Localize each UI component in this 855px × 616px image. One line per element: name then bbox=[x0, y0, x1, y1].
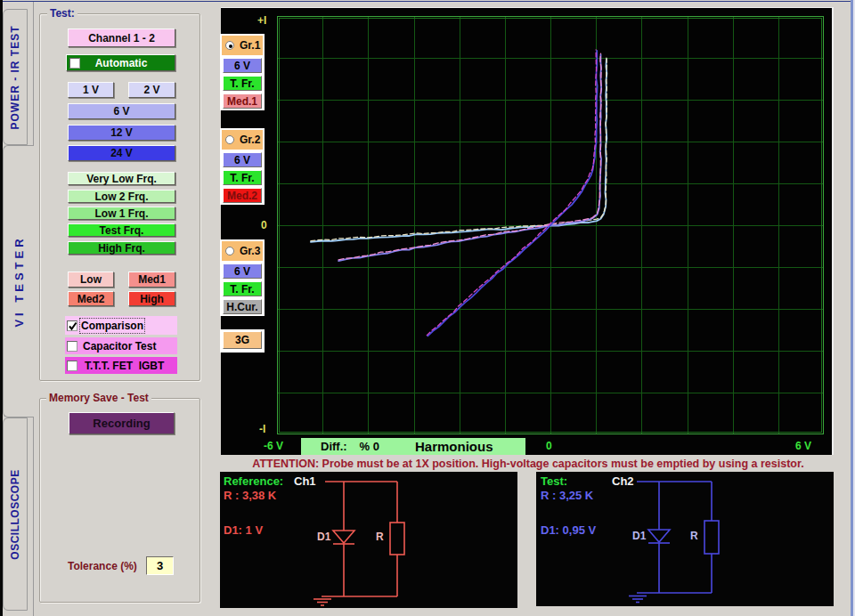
group-3-name: Gr.3 bbox=[240, 245, 260, 257]
current-med2-button[interactable]: Med2 bbox=[68, 291, 114, 306]
tolerance-label: Tolerance (%) bbox=[68, 560, 137, 572]
current-high-label: High bbox=[140, 294, 164, 304]
tab-vi-tester[interactable]: VI TESTER bbox=[3, 145, 34, 417]
voltage-12v-button[interactable]: 12 V bbox=[68, 125, 175, 141]
trace-group-shallow-ch2 bbox=[311, 60, 607, 242]
group-3-freq-button[interactable]: T. Fr. bbox=[223, 281, 262, 296]
low-2-frq-button[interactable]: Low 2 Frq. bbox=[68, 190, 175, 203]
reference-diode-label: D1 bbox=[317, 531, 331, 543]
group-2-radio[interactable] bbox=[225, 135, 234, 144]
trace-group-steep-ch2 bbox=[428, 51, 597, 336]
group-1-freq-button[interactable]: T. Fr. bbox=[223, 76, 262, 91]
group-1-current-label: Med.1 bbox=[227, 95, 257, 108]
voltage-24v-button[interactable]: 24 V bbox=[68, 145, 175, 161]
channel-1-2-label: Channel 1 - 2 bbox=[88, 33, 155, 44]
group-3-voltage-button[interactable]: 6 V bbox=[223, 263, 262, 279]
low-2-frq-label: Low 2 Frq. bbox=[95, 191, 149, 202]
tab-page-edge-top bbox=[33, 2, 34, 145]
group-1-header[interactable]: Gr.1 bbox=[222, 36, 263, 55]
vi-curve-display bbox=[221, 8, 832, 455]
capacitor-test-label: Capacitor Test bbox=[83, 340, 156, 353]
voltage-6v-label: 6 V bbox=[113, 106, 129, 117]
tab-oscilloscope[interactable]: OSCILLOSCOPE bbox=[3, 417, 28, 611]
group-2-current-label: Med.2 bbox=[227, 190, 257, 202]
tab-oscilloscope-label: OSCILLOSCOPE bbox=[9, 469, 21, 559]
test-frq-button[interactable]: Test Frq. bbox=[68, 223, 175, 237]
tolerance-input[interactable]: 3 bbox=[146, 556, 174, 575]
window-top-border bbox=[0, 1, 855, 2]
automatic-checkbox[interactable] bbox=[69, 58, 80, 69]
current-high-button[interactable]: High bbox=[128, 291, 175, 306]
recording-button[interactable]: Recording bbox=[69, 412, 175, 434]
tab-power-ir-test[interactable]: POWER - IR TEST bbox=[3, 9, 28, 145]
group-1-voltage-button[interactable]: 6 V bbox=[223, 58, 262, 73]
group-2-panel: Gr.2 6 V T. Fr. Med.2 bbox=[220, 128, 265, 205]
group-1-current-button[interactable]: Med.1 bbox=[223, 93, 262, 109]
g3-button[interactable]: 3G bbox=[223, 331, 262, 349]
group-3-current-button[interactable]: H.Cur. bbox=[223, 299, 262, 314]
diff-value: % 0 bbox=[360, 440, 379, 453]
test-groupbox-title: Test: bbox=[47, 8, 77, 19]
comparison-label: Comparison bbox=[81, 320, 143, 332]
very-low-frq-button[interactable]: Very Low Frq. bbox=[68, 172, 175, 185]
group-1-panel: Gr.1 6 V T. Fr. Med.1 bbox=[220, 34, 265, 110]
diff-bar: Diff.: % 0 Harmonious bbox=[301, 438, 525, 455]
automatic-button[interactable]: Automatic bbox=[66, 54, 175, 71]
comparison-checkbox-row[interactable]: Comparison bbox=[65, 316, 177, 335]
high-frq-label: High Frq. bbox=[98, 243, 145, 254]
capacitor-test-checkbox-row[interactable]: Capacitor Test bbox=[65, 337, 177, 354]
g3-button-label: 3G bbox=[235, 334, 249, 346]
diff-label: Diff.: bbox=[321, 440, 347, 453]
memory-save-groupbox-title: Memory Save - Test bbox=[46, 393, 151, 403]
reference-resistor-label: R bbox=[376, 531, 384, 543]
automatic-label: Automatic bbox=[80, 58, 162, 69]
group-2-name: Gr.2 bbox=[240, 134, 260, 146]
comparison-checkbox[interactable] bbox=[67, 320, 77, 331]
group-2-voltage-button[interactable]: 6 V bbox=[223, 152, 262, 167]
group-3-radio[interactable] bbox=[225, 247, 234, 255]
trace-group-steep-ch1 bbox=[427, 50, 596, 336]
group-3-header[interactable]: Gr.3 bbox=[222, 241, 263, 261]
harmonious-label: Harmonious bbox=[415, 439, 493, 454]
group-3-panel: Gr.3 6 V T. Fr. H.Cur. bbox=[220, 239, 265, 316]
voltage-2v-label: 2 V bbox=[143, 85, 159, 95]
current-low-label: Low bbox=[80, 274, 102, 285]
group-2-freq-button[interactable]: T. Fr. bbox=[223, 170, 262, 185]
scope-panel: +I 0 -I Gr.1 6 V T. Fr. Med.1 Gr.2 6 V T… bbox=[221, 7, 834, 455]
ttt-fet-igbt-checkbox[interactable] bbox=[67, 361, 77, 371]
group-3-current-label: H.Cur. bbox=[226, 301, 257, 313]
group-2-header[interactable]: Gr.2 bbox=[222, 130, 263, 150]
voltage-1v-button[interactable]: 1 V bbox=[68, 82, 114, 98]
test-circuit-diagram: D1 R bbox=[536, 472, 834, 606]
capacitor-test-checkbox[interactable] bbox=[67, 341, 77, 352]
group-1-name: Gr.1 bbox=[240, 39, 260, 52]
ttt-fet-igbt-label: T.T.T. FET IGBT bbox=[85, 360, 164, 372]
very-low-frq-label: Very Low Frq. bbox=[86, 174, 157, 184]
voltage-6v-button[interactable]: 6 V bbox=[68, 103, 175, 119]
group-1-freq-label: T. Fr. bbox=[230, 77, 254, 90]
voltage-24v-label: 24 V bbox=[110, 148, 133, 158]
tab-power-ir-test-label: POWER - IR TEST bbox=[9, 25, 21, 129]
current-med1-label: Med1 bbox=[138, 274, 166, 285]
plus-6v-label: 6 V bbox=[795, 441, 811, 451]
group-1-radio[interactable] bbox=[225, 41, 234, 50]
group-3-voltage-label: 6 V bbox=[234, 265, 250, 278]
current-med1-button[interactable]: Med1 bbox=[128, 272, 175, 288]
plus-i-label: +I bbox=[257, 15, 266, 26]
group-3-freq-label: T. Fr. bbox=[230, 283, 254, 296]
low-1-frq-label: Low 1 Frq. bbox=[95, 208, 149, 219]
voltage-1v-label: 1 V bbox=[83, 85, 99, 95]
current-low-button[interactable]: Low bbox=[68, 272, 114, 288]
reference-panel: Reference: Ch1 R : 3,38 K D1: 1 V D1 R bbox=[220, 472, 517, 608]
group-1-radio-dot bbox=[229, 45, 232, 48]
test-panel: Test: Ch2 R : 3,25 K D1: 0,95 V D1 R bbox=[536, 472, 834, 606]
high-frq-button[interactable]: High Frq. bbox=[68, 241, 175, 255]
group-2-freq-label: T. Fr. bbox=[230, 172, 254, 184]
channel-1-2-button[interactable]: Channel 1 - 2 bbox=[68, 28, 175, 47]
group-2-current-button[interactable]: Med.2 bbox=[223, 188, 262, 203]
window-right-border bbox=[851, 0, 853, 616]
low-1-frq-button[interactable]: Low 1 Frq. bbox=[68, 207, 175, 220]
voltage-2v-button[interactable]: 2 V bbox=[128, 82, 175, 98]
ttt-fet-igbt-checkbox-row[interactable]: T.T.T. FET IGBT bbox=[65, 357, 177, 374]
current-med2-label: Med2 bbox=[77, 294, 105, 304]
